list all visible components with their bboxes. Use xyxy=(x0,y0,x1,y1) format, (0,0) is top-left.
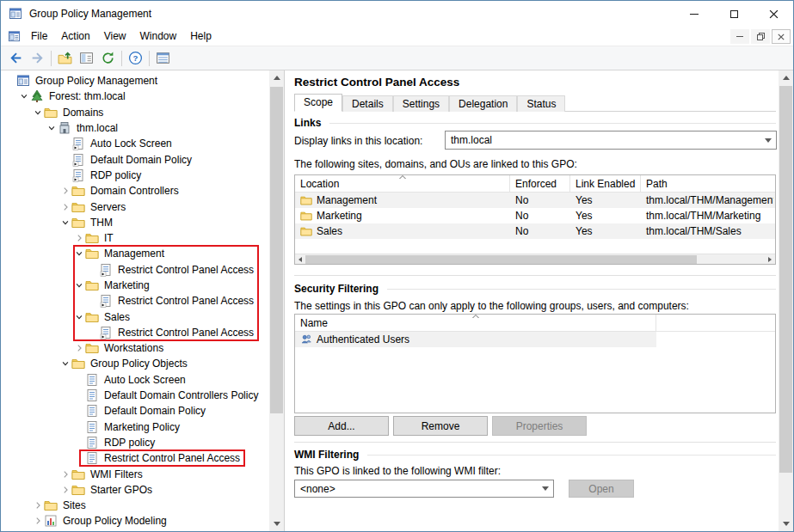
chevron-expanded-icon[interactable] xyxy=(58,218,71,227)
cell-text: Management xyxy=(317,194,377,206)
back-button[interactable] xyxy=(5,48,27,68)
mdi-close-button[interactable] xyxy=(772,29,791,44)
up-one-level-button[interactable] xyxy=(54,48,76,68)
column-header-path[interactable]: Path xyxy=(641,175,773,192)
tree-item-domain-controllers[interactable]: Domain Controllers xyxy=(1,183,270,199)
wmi-filter-combobox[interactable]: <none> xyxy=(294,480,554,498)
chevron-collapsed-icon[interactable] xyxy=(58,187,71,195)
tree-item-default-domain-controllers-policy[interactable]: Default Domain Controllers Policy xyxy=(1,388,270,403)
tree-scroll-up-button[interactable] xyxy=(269,70,284,85)
hscroll-right-button[interactable] xyxy=(765,254,775,265)
chevron-collapsed-icon[interactable] xyxy=(31,517,44,525)
chevron-collapsed-icon[interactable] xyxy=(31,501,44,510)
tab-details[interactable]: Details xyxy=(342,95,393,112)
chevron-expanded-icon[interactable] xyxy=(45,124,58,132)
content-scrollbar-thumb[interactable] xyxy=(779,86,792,473)
maximize-button[interactable] xyxy=(714,1,754,27)
tab-status[interactable]: Status xyxy=(517,95,565,112)
forward-button[interactable] xyxy=(27,48,48,68)
refresh-button[interactable] xyxy=(97,48,119,68)
column-header-enforced[interactable]: Enforced xyxy=(510,175,570,192)
chevron-collapsed-icon[interactable] xyxy=(58,486,71,494)
tree-item-thm-local[interactable]: thm.local xyxy=(1,120,270,136)
tree-item-rdp-policy[interactable]: RDP policy xyxy=(1,435,270,450)
tree-item-label: Sites xyxy=(63,499,86,511)
menu-item-window[interactable]: Window xyxy=(133,28,184,45)
combo-dropdown-icon[interactable] xyxy=(760,131,776,149)
links-table-hscrollbar[interactable] xyxy=(295,254,775,264)
chevron-expanded-icon[interactable] xyxy=(72,249,85,258)
tree-item-rdp-policy[interactable]: RDP policy xyxy=(1,168,270,183)
tree-item-default-domain-policy[interactable]: Default Domain Policy xyxy=(1,151,270,167)
console-tree-button[interactable] xyxy=(76,48,97,68)
links-table-row[interactable]: ManagementNoYesthm.local/THM/Management xyxy=(295,193,775,208)
mdi-restore-button[interactable] xyxy=(751,29,770,44)
export-list-button[interactable] xyxy=(152,48,174,68)
tree-item-restrict-control-panel-access[interactable]: Restrict Control Panel Access xyxy=(1,450,270,466)
menu-item-help[interactable]: Help xyxy=(183,28,219,45)
tab-delegation[interactable]: Delegation xyxy=(449,95,517,112)
content-scroll-down-button[interactable] xyxy=(779,517,793,531)
tree-item-management[interactable]: Management xyxy=(1,246,270,261)
links-table-row[interactable]: MarketingNoYesthm.local/THM/Marketing xyxy=(295,208,775,223)
tree-item-group-policy-management[interactable]: Group Policy Management xyxy=(1,73,270,89)
tree-item-forest-thm-local[interactable]: Forest: thm.local xyxy=(1,89,270,104)
wmi-header-label: WMI Filtering xyxy=(294,449,359,461)
minimize-button[interactable] xyxy=(674,1,714,27)
chevron-expanded-icon[interactable] xyxy=(58,359,71,368)
help-button[interactable]: ? xyxy=(125,48,146,68)
column-header-name[interactable]: Name xyxy=(295,315,656,331)
hscroll-thumb[interactable] xyxy=(305,255,697,264)
tree-item-default-domain-policy[interactable]: Default Domain Policy xyxy=(1,403,270,419)
tree-item-auto-lock-screen[interactable]: Auto Lock Screen xyxy=(1,372,270,388)
chevron-expanded-icon[interactable] xyxy=(72,313,85,321)
tree-item-group-policy-objects[interactable]: Group Policy Objects xyxy=(1,356,270,371)
tree-item-wmi-filters[interactable]: WMI Filters xyxy=(1,466,270,481)
tree-scrollbar[interactable] xyxy=(269,70,284,531)
tree-scroll-down-button[interactable] xyxy=(269,517,284,531)
close-button[interactable] xyxy=(754,1,793,27)
tree-item-group-policy-modeling[interactable]: Group Policy Modeling xyxy=(1,513,270,529)
content-scroll-up-button[interactable] xyxy=(779,70,793,85)
tree-item-marketing[interactable]: Marketing xyxy=(1,278,270,293)
tree-item-servers[interactable]: Servers xyxy=(1,199,270,214)
mdi-minimize-button[interactable] xyxy=(730,29,749,44)
menu-item-file[interactable]: File xyxy=(24,28,54,45)
tree-item-thm[interactable]: THM xyxy=(1,215,270,230)
tab-settings[interactable]: Settings xyxy=(393,95,449,112)
chevron-collapsed-icon[interactable] xyxy=(72,344,85,352)
content-scrollbar[interactable] xyxy=(779,70,793,531)
display-links-combobox[interactable]: thm.local xyxy=(445,131,777,150)
tree-item-it[interactable]: IT xyxy=(1,230,270,246)
tree-item-workstations[interactable]: Workstations xyxy=(1,340,270,356)
add-button[interactable]: Add... xyxy=(294,416,389,436)
chevron-collapsed-icon[interactable] xyxy=(58,203,71,211)
tree-item-sites[interactable]: Sites xyxy=(1,498,270,513)
hscroll-left-button[interactable] xyxy=(295,254,305,265)
chevron-expanded-icon[interactable] xyxy=(72,281,85,290)
column-header-location[interactable]: Location xyxy=(295,175,510,192)
tree-item-restrict-control-panel-access[interactable]: Restrict Control Panel Access xyxy=(1,262,270,278)
links-table-row[interactable]: SalesNoYesthm.local/THM/Sales xyxy=(295,223,775,239)
security-table-row[interactable]: Authenticated Users xyxy=(295,332,656,347)
tree-item-sales[interactable]: Sales xyxy=(1,309,270,324)
column-header-link-enabled[interactable]: Link Enabled xyxy=(570,175,641,192)
tree-scrollbar-thumb[interactable] xyxy=(270,87,283,413)
tree-item-restrict-control-panel-access[interactable]: Restrict Control Panel Access xyxy=(1,325,270,340)
tree-item-marketing-policy[interactable]: Marketing Policy xyxy=(1,419,270,435)
tree-item-starter-gpos[interactable]: Starter GPOs xyxy=(1,482,270,498)
chart-icon xyxy=(44,514,58,528)
chevron-expanded-icon[interactable] xyxy=(31,108,44,117)
combo-dropdown-icon[interactable] xyxy=(537,480,553,497)
chevron-expanded-icon[interactable] xyxy=(17,92,30,101)
tab-scope[interactable]: Scope xyxy=(294,94,342,112)
tree-item-restrict-control-panel-access[interactable]: Restrict Control Panel Access xyxy=(1,293,270,309)
menu-item-view[interactable]: View xyxy=(97,28,133,45)
tree-item-domains[interactable]: Domains xyxy=(1,105,270,120)
remove-button[interactable]: Remove xyxy=(393,416,488,436)
chevron-collapsed-icon[interactable] xyxy=(58,470,71,479)
menu-item-action[interactable]: Action xyxy=(54,28,96,45)
svg-text:?: ? xyxy=(133,53,138,63)
tree-item-auto-lock-screen[interactable]: Auto Lock Screen xyxy=(1,136,270,151)
chevron-collapsed-icon[interactable] xyxy=(72,234,85,242)
